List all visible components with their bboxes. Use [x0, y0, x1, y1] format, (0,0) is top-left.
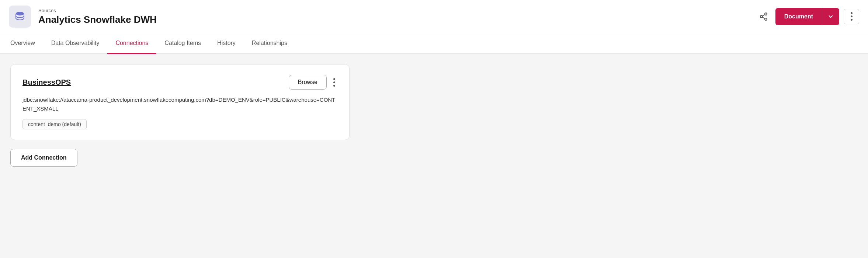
svg-line-4: [762, 17, 765, 18]
tab-history[interactable]: History: [209, 34, 244, 54]
tabs-bar: Overview Data Observability Connections …: [0, 33, 868, 54]
header-right: Document: [756, 8, 859, 25]
svg-point-0: [16, 12, 24, 15]
card-actions: Browse: [289, 75, 337, 90]
page-title: Analytics Snowflake DWH: [38, 14, 157, 25]
header-left: Sources Analytics Snowflake DWH: [9, 6, 157, 28]
share-button[interactable]: [756, 9, 771, 24]
header-more-button[interactable]: [844, 9, 859, 24]
connection-card-header: BusinessOPS Browse: [22, 75, 337, 90]
tab-catalog-items[interactable]: Catalog Items: [156, 34, 209, 54]
top-bar: Sources Analytics Snowflake DWH Document: [0, 0, 868, 33]
content-area: BusinessOPS Browse jdbc:snowflake://atac…: [0, 54, 868, 177]
connection-card: BusinessOPS Browse jdbc:snowflake://atac…: [10, 64, 350, 140]
chevron-down-icon: [827, 13, 834, 20]
tab-relationships[interactable]: Relationships: [244, 34, 295, 54]
browse-button[interactable]: Browse: [289, 75, 327, 90]
card-vertical-dots-icon: [333, 78, 335, 87]
title-section: Sources Analytics Snowflake DWH: [38, 8, 157, 25]
card-more-button[interactable]: [331, 76, 337, 89]
document-dropdown-button[interactable]: [822, 8, 839, 25]
share-icon: [759, 12, 768, 21]
tab-data-observability[interactable]: Data Observability: [43, 34, 108, 54]
document-button[interactable]: Document: [775, 8, 822, 25]
svg-line-5: [762, 14, 765, 16]
source-icon-box: [9, 6, 31, 28]
connection-name: BusinessOPS: [22, 78, 71, 87]
vertical-dots-icon: [851, 12, 853, 21]
tab-connections[interactable]: Connections: [107, 34, 156, 54]
document-button-group: Document: [775, 8, 839, 25]
database-icon: [14, 10, 26, 23]
breadcrumb: Sources: [38, 8, 157, 13]
connection-url: jdbc:snowflake://ataccama-product_develo…: [22, 95, 337, 113]
connection-tag: content_demo (default): [22, 119, 87, 129]
tab-overview[interactable]: Overview: [9, 34, 43, 54]
add-connection-button[interactable]: Add Connection: [10, 149, 77, 167]
